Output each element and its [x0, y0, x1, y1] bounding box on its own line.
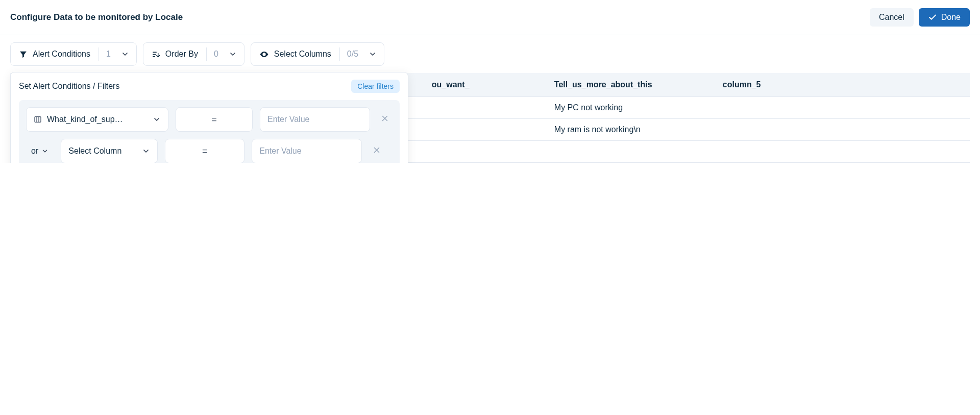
sort-icon: [152, 50, 160, 59]
column-select[interactable]: What_kind_of_sup…: [26, 107, 168, 132]
remove-condition-button[interactable]: [377, 111, 393, 128]
done-button[interactable]: Done: [919, 8, 970, 27]
join-operator-select[interactable]: or: [26, 142, 54, 160]
order-by-label: Order By: [165, 50, 198, 59]
svg-point-3: [263, 53, 265, 55]
order-by-count: 0: [207, 50, 226, 59]
column-icon: [34, 115, 42, 124]
svg-rect-4: [35, 117, 41, 123]
close-icon: [372, 145, 381, 157]
table-cell: [715, 119, 970, 141]
condition-row: What_kind_of_sup… =: [26, 107, 393, 132]
eye-icon: [259, 50, 269, 59]
table-cell: [424, 141, 546, 163]
page-title: Configure Data to be monitored by Locale: [10, 12, 183, 22]
clear-filters-button[interactable]: Clear filters: [351, 80, 400, 93]
table-cell: [715, 141, 970, 163]
column-header: Tell_us_more_about_this: [546, 73, 715, 97]
column-header: column_5: [715, 73, 970, 97]
cancel-button[interactable]: Cancel: [870, 8, 914, 27]
filter-icon: [19, 50, 28, 59]
chevron-down-icon: [41, 148, 48, 155]
operator-select[interactable]: =: [176, 107, 253, 132]
select-columns-count: 0/5: [340, 50, 365, 59]
column-select[interactable]: Select Column: [61, 139, 158, 163]
check-icon: [928, 13, 937, 22]
table-cell: [424, 119, 546, 141]
alert-conditions-popover: Set Alert Conditions / Filters Clear fil…: [10, 72, 408, 163]
alert-conditions-select[interactable]: Alert Conditions 1: [10, 42, 137, 66]
toolbar: Alert Conditions 1 Order By 0 Select Col…: [0, 35, 980, 73]
alert-conditions-count: 1: [99, 50, 118, 59]
remove-condition-button[interactable]: [369, 142, 384, 160]
value-input[interactable]: [252, 139, 362, 163]
column-header: ou_want_: [424, 73, 546, 97]
table-cell: [546, 141, 715, 163]
table-cell: My PC not working: [546, 97, 715, 119]
page-header: Configure Data to be monitored by Locale…: [0, 0, 980, 35]
alert-conditions-label: Alert Conditions: [33, 50, 90, 59]
operator-select[interactable]: =: [165, 139, 244, 163]
chevron-down-icon: [153, 115, 161, 124]
condition-row: or Select Column =: [26, 139, 393, 163]
select-columns-label: Select Columns: [274, 50, 331, 59]
table-cell: [715, 97, 970, 119]
chevron-down-icon: [118, 50, 136, 58]
column-select-label: What_kind_of_sup…: [47, 115, 123, 124]
join-operator-label: or: [31, 147, 38, 156]
value-input[interactable]: [260, 107, 370, 132]
chevron-down-icon: [226, 50, 244, 58]
table-cell: My ram is not working\n: [546, 119, 715, 141]
select-columns-select[interactable]: Select Columns 0/5: [251, 42, 384, 66]
done-button-label: Done: [941, 13, 961, 22]
header-actions: Cancel Done: [870, 8, 970, 27]
chevron-down-icon: [365, 50, 384, 58]
order-by-select[interactable]: Order By 0: [143, 42, 244, 66]
popover-title: Set Alert Conditions / Filters: [19, 82, 119, 91]
condition-group: What_kind_of_sup… =: [19, 100, 400, 163]
chevron-down-icon: [142, 147, 150, 155]
close-icon: [380, 114, 389, 125]
column-select-label: Select Column: [68, 147, 121, 156]
table-cell: [424, 97, 546, 119]
